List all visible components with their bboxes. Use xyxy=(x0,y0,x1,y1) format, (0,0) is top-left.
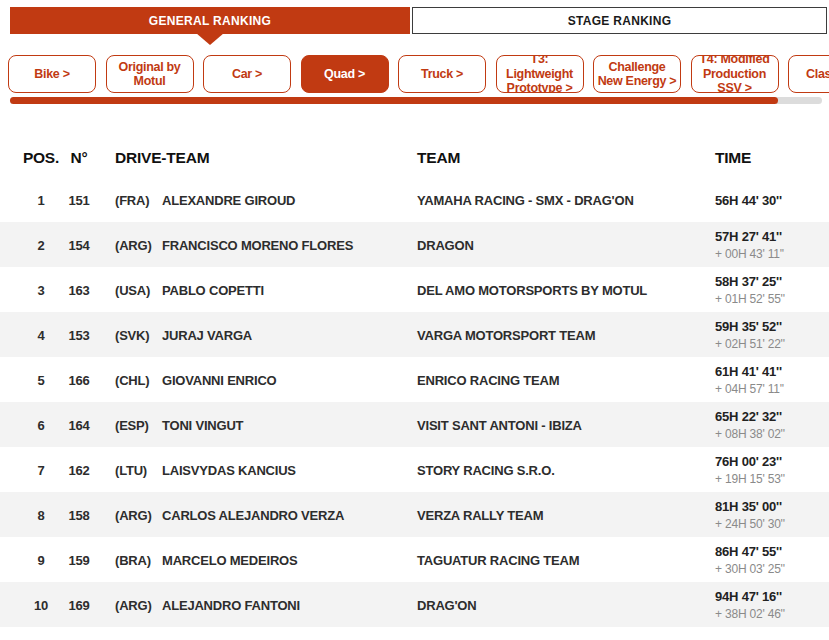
row-time-gap: + 19H 15' 53'' xyxy=(715,472,827,486)
row-driver-name: MARCELO MEDEIROS xyxy=(162,552,297,567)
table-row[interactable]: 3 163 (USA)PABLO COPETTI DEL AMO MOTORSP… xyxy=(0,267,829,312)
row-time: 59H 35' 52'' + 02H 51' 22'' xyxy=(715,319,827,351)
row-time-total: 57H 27' 41'' xyxy=(715,229,827,244)
tab-general-ranking[interactable]: GENERAL RANKING xyxy=(10,7,410,34)
table-row[interactable]: 2 154 (ARG)FRANCISCO MORENO FLORES DRAGO… xyxy=(0,222,829,267)
row-time-total: 94H 47' 16'' xyxy=(715,589,827,604)
category-button[interactable]: Quad > xyxy=(301,55,389,93)
row-position: 7 xyxy=(20,462,62,477)
category-button[interactable]: Challenge New Energy > xyxy=(593,55,681,93)
category-button[interactable]: T3: Lightweight Prototype > xyxy=(496,55,584,93)
row-driver-name: CARLOS ALEJANDRO VERZA xyxy=(162,507,344,522)
row-driver: (ARG)FRANCISCO MORENO FLORES xyxy=(115,237,410,252)
row-driver-name: LAISVYDAS KANCIUS xyxy=(162,462,296,477)
table-row[interactable]: 9 159 (BRA)MARCELO MEDEIROS TAGUATUR RAC… xyxy=(0,537,829,582)
table-row[interactable]: 8 158 (ARG)CARLOS ALEJANDRO VERZA VERZA … xyxy=(0,492,829,537)
row-time-total: 65H 22' 32'' xyxy=(715,409,827,424)
row-time: 86H 47' 55'' + 30H 03' 25'' xyxy=(715,544,827,576)
row-time-gap: + 38H 02' 46'' xyxy=(715,607,827,621)
category-button[interactable]: Classic > xyxy=(788,55,829,93)
row-driver-name: FRANCISCO MORENO FLORES xyxy=(162,237,353,252)
row-position: 1 xyxy=(20,192,62,207)
row-country-code: (ESP) xyxy=(115,417,162,432)
row-number: 162 xyxy=(58,462,100,477)
header-time: TIME xyxy=(715,149,827,167)
row-time-total: 58H 37' 25'' xyxy=(715,274,827,289)
category-button[interactable]: Car > xyxy=(203,55,291,93)
row-time-gap: + 24H 50' 30'' xyxy=(715,517,827,531)
table-row[interactable]: 6 164 (ESP)TONI VINGUT VISIT SANT ANTONI… xyxy=(0,402,829,447)
row-driver-name: ALEXANDRE GIROUD xyxy=(162,192,295,207)
row-driver: (BRA)MARCELO MEDEIROS xyxy=(115,552,410,567)
row-driver: (CHL)GIOVANNI ENRICO xyxy=(115,372,410,387)
row-time: 56H 44' 30'' xyxy=(715,192,827,207)
row-driver: (USA)PABLO COPETTI xyxy=(115,282,410,297)
row-team: DRAGON xyxy=(417,237,707,252)
row-time: 58H 37' 25'' + 01H 52' 55'' xyxy=(715,274,827,306)
row-number: 151 xyxy=(58,192,100,207)
row-driver-name: JURAJ VARGA xyxy=(162,327,252,342)
row-driver: (LTU)LAISVYDAS KANCIUS xyxy=(115,462,410,477)
row-team: YAMAHA RACING - SMX - DRAG'ON xyxy=(417,192,707,207)
row-driver-name: ALEJANDRO FANTONI xyxy=(162,597,300,612)
table-row[interactable]: 1 151 (FRA)ALEXANDRE GIROUD YAMAHA RACIN… xyxy=(0,177,829,222)
row-country-code: (LTU) xyxy=(115,462,162,477)
row-driver: (ARG)ALEJANDRO FANTONI xyxy=(115,597,410,612)
row-time-total: 76H 00' 23'' xyxy=(715,454,827,469)
ranking-table: 1 151 (FRA)ALEXANDRE GIROUD YAMAHA RACIN… xyxy=(0,177,829,627)
row-number: 159 xyxy=(58,552,100,567)
row-country-code: (CHL) xyxy=(115,372,162,387)
header-drive-team: DRIVE-TEAM xyxy=(115,149,410,167)
category-scrollbar-thumb[interactable] xyxy=(10,97,778,104)
row-time-gap: + 00H 43' 11'' xyxy=(715,247,827,261)
row-team: STORY RACING S.R.O. xyxy=(417,462,707,477)
row-country-code: (BRA) xyxy=(115,552,162,567)
row-position: 6 xyxy=(20,417,62,432)
row-position: 5 xyxy=(20,372,62,387)
table-header-row: POS. N° DRIVE-TEAM TEAM TIME xyxy=(0,141,829,175)
table-row[interactable]: 10 169 (ARG)ALEJANDRO FANTONI DRAG'ON 94… xyxy=(0,582,829,627)
header-pos: POS. xyxy=(20,149,62,167)
category-button[interactable]: Truck > xyxy=(398,55,486,93)
row-team: DEL AMO MOTORSPORTS BY MOTUL xyxy=(417,282,707,297)
row-country-code: (ARG) xyxy=(115,507,162,522)
row-time-total: 81H 35' 00'' xyxy=(715,499,827,514)
table-row[interactable]: 4 153 (SVK)JURAJ VARGA VARGA MOTORSPORT … xyxy=(0,312,829,357)
category-button-row: Bike > Original by Motul Car > Quad > Tr… xyxy=(8,55,829,93)
row-team: TAGUATUR RACING TEAM xyxy=(417,552,707,567)
category-button[interactable]: Bike > xyxy=(8,55,96,93)
row-position: 10 xyxy=(20,597,62,612)
table-row[interactable]: 5 166 (CHL)GIOVANNI ENRICO ENRICO RACING… xyxy=(0,357,829,402)
row-country-code: (FRA) xyxy=(115,192,162,207)
row-time-gap: + 08H 38' 02'' xyxy=(715,427,827,441)
row-time-total: 56H 44' 30'' xyxy=(715,192,827,207)
row-country-code: (ARG) xyxy=(115,237,162,252)
category-button[interactable]: Original by Motul xyxy=(106,55,194,93)
category-button[interactable]: T4: Modified Production SSV > xyxy=(691,55,779,93)
row-team: DRAG'ON xyxy=(417,597,707,612)
row-time-total: 61H 41' 41'' xyxy=(715,364,827,379)
row-time: 57H 27' 41'' + 00H 43' 11'' xyxy=(715,229,827,261)
row-driver: (ESP)TONI VINGUT xyxy=(115,417,410,432)
row-position: 9 xyxy=(20,552,62,567)
header-team: TEAM xyxy=(417,149,707,167)
row-time: 81H 35' 00'' + 24H 50' 30'' xyxy=(715,499,827,531)
table-row[interactable]: 7 162 (LTU)LAISVYDAS KANCIUS STORY RACIN… xyxy=(0,447,829,492)
row-country-code: (USA) xyxy=(115,282,162,297)
row-team: VERZA RALLY TEAM xyxy=(417,507,707,522)
row-driver-name: TONI VINGUT xyxy=(162,417,243,432)
row-country-code: (ARG) xyxy=(115,597,162,612)
tab-stage-ranking[interactable]: STAGE RANKING xyxy=(412,7,827,34)
row-time: 61H 41' 41'' + 04H 57' 11'' xyxy=(715,364,827,396)
row-number: 158 xyxy=(58,507,100,522)
row-position: 4 xyxy=(20,327,62,342)
row-driver-name: PABLO COPETTI xyxy=(162,282,264,297)
row-time-gap: + 02H 51' 22'' xyxy=(715,337,827,351)
header-number: N° xyxy=(58,149,100,167)
row-number: 169 xyxy=(58,597,100,612)
row-position: 3 xyxy=(20,282,62,297)
row-time: 94H 47' 16'' + 38H 02' 46'' xyxy=(715,589,827,621)
row-driver: (FRA)ALEXANDRE GIROUD xyxy=(115,192,410,207)
row-position: 2 xyxy=(20,237,62,252)
category-scrollbar-track[interactable] xyxy=(10,97,822,104)
